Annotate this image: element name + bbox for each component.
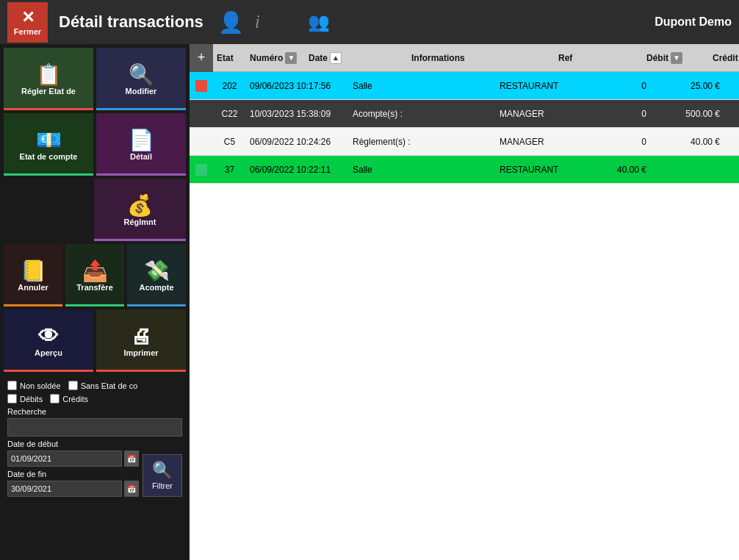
date-fin-label: Date de fin	[7, 470, 139, 478]
table-row[interactable]: 202 09/06/2023 10:17:56 Salle RESTAURANT…	[190, 72, 739, 100]
sidebar-row-2: 💶 Etat de compte 📄 Détail	[4, 113, 186, 176]
sans-etat-checkbox-label[interactable]: Sans Etat de co	[68, 381, 138, 390]
sidebar-row-3: 📒 Annuler 📤 Transfère 💸 Acompte	[4, 244, 186, 306]
modifier-label: Modifier	[126, 87, 157, 96]
user-icon: 👤	[218, 10, 244, 35]
table-row[interactable]: C5 06/09/2022 10:24:26 Règlement(s) : MA…	[190, 128, 739, 156]
etatcompte-label: Etat de compte	[20, 152, 78, 161]
th-credit[interactable]: Crédit ▼	[709, 52, 739, 64]
th-informations-label: Informations	[411, 53, 465, 63]
row4-etat: 37	[213, 165, 246, 175]
row1-ref: RESTAURANT	[496, 81, 584, 91]
th-debit-sort-icon: ▼	[671, 52, 682, 64]
apercu-button[interactable]: 👁 Aperçu	[4, 309, 93, 372]
table-row[interactable]: C22 10/03/2023 15:38:09 Acompte(s) : MAN…	[190, 100, 739, 128]
th-numero-sort-icon: ▼	[285, 52, 297, 64]
date-fin-row: 📅	[7, 481, 139, 497]
annuler-button[interactable]: 📒 Annuler	[4, 244, 62, 306]
row2-info: Acompte(s) :	[349, 109, 496, 119]
recherche-input[interactable]	[7, 418, 182, 437]
debits-checkbox-label[interactable]: Débits	[7, 394, 43, 403]
etatcompte-underline	[4, 173, 93, 176]
reglmnt-icon: 💰	[127, 193, 153, 218]
th-ref[interactable]: Ref	[555, 53, 643, 63]
row1-credit: 25.00 €	[650, 81, 724, 91]
th-date[interactable]: Date ▲	[305, 52, 408, 64]
annuler-underline	[4, 304, 62, 306]
transfere-button[interactable]: 📤 Transfère	[65, 244, 124, 306]
filter-row-1: Non soldée Sans Etat de co	[7, 381, 182, 390]
transfere-icon: 📤	[82, 259, 108, 283]
filtrer-label: Filtrer	[152, 481, 173, 490]
detail-button[interactable]: 📄 Détail	[96, 113, 186, 176]
date-debut-row: 📅	[7, 450, 139, 467]
checkbox-green-icon	[195, 164, 207, 176]
non-soldee-checkbox-label[interactable]: Non soldée	[7, 381, 61, 390]
imprimer-button[interactable]: 🖨 Imprimer	[96, 309, 186, 372]
regler-icon: 📋	[36, 62, 62, 87]
content-area: + Etat Numéro ▼ Date ▲ Informations Ref …	[190, 44, 739, 560]
non-soldee-label: Non soldée	[20, 381, 61, 390]
table-header: + Etat Numéro ▼ Date ▲ Informations Ref …	[190, 44, 739, 72]
row3-info: Règlement(s) :	[349, 137, 496, 147]
row1-etat: 202	[213, 81, 246, 91]
th-debit-label: Débit	[646, 53, 668, 63]
detail-label: Détail	[130, 152, 152, 161]
user-name: Dupont Demo	[655, 15, 732, 29]
close-icon: ✕	[21, 8, 35, 27]
credits-checkbox[interactable]	[50, 394, 60, 403]
sidebar-row-2b: 💰 Réglmnt	[4, 179, 186, 241]
annuler-icon: 📒	[21, 259, 46, 283]
apercu-underline	[4, 370, 93, 372]
add-row-button[interactable]: +	[190, 44, 213, 72]
credits-checkbox-label[interactable]: Crédits	[50, 394, 88, 403]
user-group-icon: 👥	[308, 12, 330, 32]
modifier-button[interactable]: 🔍 Modifier	[96, 48, 186, 110]
row3-debit: 0	[584, 137, 650, 147]
page-title: Détail transactions	[59, 12, 203, 32]
checkbox-red-icon	[195, 80, 207, 92]
date-fin-calendar-button[interactable]: 📅	[124, 481, 139, 497]
acompte-button[interactable]: 💸 Acompte	[127, 244, 186, 306]
filters-section: Non soldée Sans Etat de co Débits Crédit…	[4, 375, 186, 503]
th-date-label: Date	[309, 53, 328, 63]
date-debut-input[interactable]	[7, 450, 122, 467]
regler-label: Régler Etat de	[21, 87, 76, 96]
close-label: Fermer	[14, 27, 41, 36]
acompte-underline	[127, 304, 186, 306]
row2-debit: 0	[584, 109, 650, 119]
reglmnt-underline	[94, 239, 186, 241]
row3-credit: 40.00 €	[650, 137, 724, 147]
modifier-icon: 🔍	[129, 62, 154, 87]
etatcompte-icon: 💶	[36, 128, 62, 152]
sans-etat-checkbox[interactable]	[68, 381, 78, 390]
info-icon: i	[255, 11, 260, 33]
th-numero[interactable]: Numéro ▼	[246, 52, 305, 64]
filtrer-button[interactable]: 🔍 Filtrer	[143, 454, 182, 497]
non-soldee-checkbox[interactable]	[7, 381, 17, 390]
th-date-sort-icon: ▲	[330, 52, 342, 64]
date-debut-label: Date de début	[7, 439, 139, 448]
reglmnt-button[interactable]: 💰 Réglmnt	[94, 179, 186, 241]
close-button[interactable]: ✕ Fermer	[7, 2, 48, 43]
table-row[interactable]: 37 06/09/2022 10:22:11 Salle RESTAURANT …	[190, 156, 739, 184]
th-numero-label: Numéro	[250, 53, 283, 63]
debits-checkbox[interactable]	[7, 394, 17, 403]
row3-ref: MANAGER	[496, 137, 584, 147]
detail-icon: 📄	[129, 128, 154, 152]
date-fin-input[interactable]	[7, 481, 122, 497]
th-informations[interactable]: Informations	[408, 53, 555, 63]
debits-label: Débits	[20, 395, 43, 403]
regler-button[interactable]: 📋 Régler Etat de	[4, 48, 93, 110]
row3-etat: C5	[213, 137, 246, 147]
th-etat[interactable]: Etat	[213, 53, 246, 63]
annuler-label: Annuler	[18, 283, 48, 292]
date-debut-calendar-button[interactable]: 📅	[124, 450, 139, 467]
sidebar-row-1: 📋 Régler Etat de 🔍 Modifier	[4, 48, 186, 110]
row1-checkbox[interactable]	[190, 80, 213, 92]
th-debit[interactable]: Débit ▼	[643, 52, 709, 64]
row4-ref: RESTAURANT	[496, 165, 584, 175]
etatcompte-button[interactable]: 💶 Etat de compte	[4, 113, 93, 176]
row4-checkbox[interactable]	[190, 164, 213, 176]
row4-debit: 40.00 €	[584, 165, 650, 175]
